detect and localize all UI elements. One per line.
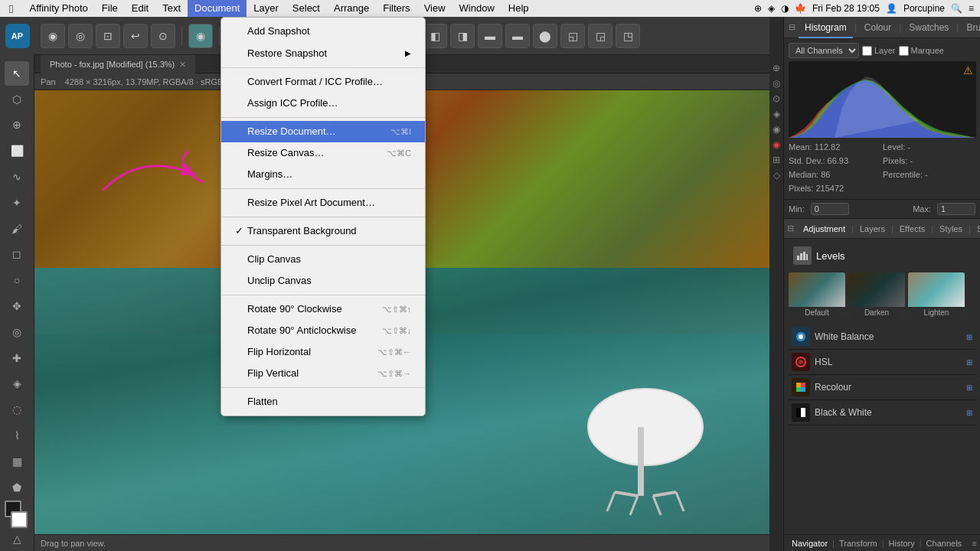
adj-thumb-darken[interactable]: Darken bbox=[848, 272, 905, 318]
tab-colour[interactable]: Colour bbox=[858, 17, 897, 38]
toolbar-share-btn[interactable]: ⊙ bbox=[151, 24, 175, 48]
search-icon[interactable]: 🔍 bbox=[951, 3, 962, 14]
toolbar-layer-btn[interactable]: ◱ bbox=[560, 24, 585, 48]
menu-flip-v[interactable]: Flip Vertical ⌥⇧⌘→ bbox=[221, 363, 425, 384]
black-white-add-icon[interactable]: ⊞ bbox=[966, 409, 972, 417]
right-icon-3[interactable]: ⊙ bbox=[773, 93, 780, 104]
recolour-add-icon[interactable]: ⊞ bbox=[966, 383, 972, 392]
adj-black-white[interactable]: Black & White ⊞ bbox=[789, 400, 975, 425]
tab-swatches[interactable]: Swatches bbox=[903, 17, 955, 38]
toolbar-arrange2-btn[interactable]: ◧ bbox=[423, 24, 447, 48]
menu-unclip-canvas[interactable]: Unclip Canvas bbox=[221, 270, 425, 292]
right-icon-7[interactable]: ⊞ bbox=[773, 155, 780, 165]
dodge-burn-tool[interactable]: ○ bbox=[5, 268, 29, 292]
menu-transparent-bg[interactable]: ✓Transparent Background bbox=[221, 220, 425, 242]
shape-tool[interactable]: △ bbox=[5, 527, 29, 551]
tab-adjustment[interactable]: Adjustment bbox=[797, 219, 851, 239]
tab-transform[interactable]: Transform bbox=[835, 535, 882, 552]
menu-margins[interactable]: Margins… bbox=[221, 164, 425, 185]
toolbar-align2-btn[interactable]: ▬ bbox=[505, 24, 530, 48]
tab-channels[interactable]: Channels bbox=[922, 535, 966, 552]
menu-select[interactable]: Select bbox=[286, 0, 327, 17]
close-tab-icon[interactable]: ✕ bbox=[179, 60, 186, 69]
menu-arrange[interactable]: Arrange bbox=[327, 0, 376, 17]
healing-tool[interactable]: ✚ bbox=[5, 346, 29, 370]
toolbar-align-btn[interactable]: ▬ bbox=[478, 24, 502, 48]
node-tool[interactable]: ⬡ bbox=[5, 87, 29, 112]
toolbar-mode-btn[interactable]: ◉ bbox=[41, 24, 65, 48]
toolbar-mask-btn[interactable]: ◲ bbox=[588, 24, 612, 48]
lasso-tool[interactable]: ∿ bbox=[5, 165, 29, 189]
right-icon-8[interactable]: ◇ bbox=[773, 170, 780, 181]
magic-wand-tool[interactable]: ✦ bbox=[5, 191, 29, 215]
tab-navigator[interactable]: Navigator bbox=[787, 535, 832, 552]
blur-tool[interactable]: ◌ bbox=[5, 397, 29, 422]
white-balance-add-icon[interactable]: ⊞ bbox=[966, 333, 972, 341]
tab-histogram[interactable]: Histogram bbox=[799, 17, 853, 38]
toolbar-fill-btn[interactable]: ⬤ bbox=[533, 24, 557, 48]
bottom-nav-menu-icon[interactable]: ≡ bbox=[972, 539, 977, 548]
menu-convert-format[interactable]: Convert Format / ICC Profile… bbox=[221, 71, 425, 93]
menu-add-snapshot[interactable]: Add Snapshot bbox=[221, 21, 425, 42]
hsl-add-icon[interactable]: ⊞ bbox=[966, 358, 972, 367]
adj-thumb-default[interactable]: Default bbox=[789, 272, 845, 318]
right-icon-4[interactable]: ◈ bbox=[773, 109, 780, 119]
menu-help[interactable]: Help bbox=[501, 0, 536, 17]
menu-window[interactable]: Window bbox=[452, 0, 501, 17]
toolbar-live-btn[interactable]: ◎ bbox=[68, 24, 93, 48]
clone-tool[interactable]: ✥ bbox=[5, 294, 29, 318]
right-icon-6[interactable]: ◉ bbox=[773, 139, 780, 150]
paint-brush-tool[interactable]: 🖌 bbox=[5, 217, 29, 241]
adj-hsl[interactable]: HSL ⊞ bbox=[789, 350, 975, 375]
menu-rotate-cw[interactable]: Rotate 90° Clockwise ⌥⇧⌘↑ bbox=[221, 298, 425, 320]
toolbar-history-btn[interactable]: ↩ bbox=[123, 24, 148, 48]
menu-resize-canvas[interactable]: Resize Canvas… ⌥⌘C bbox=[221, 142, 425, 164]
layer-checkbox[interactable] bbox=[862, 46, 872, 56]
move-tool[interactable]: ↖ bbox=[5, 61, 29, 86]
tab-brushes[interactable]: Brushes bbox=[960, 17, 980, 38]
smudge-tool[interactable]: ⌇ bbox=[5, 423, 29, 448]
right-icon-1[interactable]: ⊕ bbox=[773, 63, 780, 73]
menu-document[interactable]: Document bbox=[188, 0, 247, 17]
menu-flatten[interactable]: Flatten bbox=[221, 391, 425, 412]
menu-resize-document[interactable]: Resize Document… ⌥⌘I bbox=[221, 121, 425, 142]
menu-restore-snapshot[interactable]: Restore Snapshot ▶ bbox=[221, 42, 425, 64]
marquee-checkbox[interactable] bbox=[899, 46, 909, 56]
adj-thumb-lighten[interactable]: Lighten bbox=[908, 272, 965, 318]
menu-clip-canvas[interactable]: Clip Canvas bbox=[221, 249, 425, 270]
menu-resize-pixel-art[interactable]: Resize Pixel Art Document… bbox=[221, 192, 425, 214]
tab-layers[interactable]: Layers bbox=[854, 219, 891, 239]
min-input[interactable] bbox=[811, 203, 849, 215]
marquee-checkbox-label[interactable]: Marquee bbox=[899, 46, 944, 56]
menu-layer[interactable]: Layer bbox=[247, 0, 286, 17]
toolbar-mask2-btn[interactable]: ◳ bbox=[616, 24, 640, 48]
menu-rotate-ccw[interactable]: Rotate 90° Anticlockwise ⌥⇧⌘↓ bbox=[221, 320, 425, 341]
color-fill-tool[interactable]: ⬟ bbox=[5, 475, 29, 500]
crop-tool[interactable]: ⊕ bbox=[5, 113, 29, 138]
erase-tool[interactable]: ◻ bbox=[5, 243, 29, 267]
menu-flip-h[interactable]: Flip Horizontal ⌥⇧⌘← bbox=[221, 341, 425, 363]
menu-assign-icc[interactable]: Assign ICC Profile… bbox=[221, 93, 425, 114]
marquee-tool[interactable]: ⬜ bbox=[5, 139, 29, 163]
tab-stock[interactable]: Stock bbox=[971, 219, 980, 239]
menu-view[interactable]: View bbox=[417, 0, 452, 17]
toolbar-arrange3-btn[interactable]: ◨ bbox=[450, 24, 475, 48]
apple-menu[interactable]:  bbox=[0, 2, 22, 15]
max-input[interactable] bbox=[937, 203, 975, 215]
menu-text[interactable]: Text bbox=[155, 0, 188, 17]
layer-checkbox-label[interactable]: Layer bbox=[862, 46, 896, 56]
menu-edit[interactable]: Edit bbox=[125, 0, 155, 17]
tab-history[interactable]: History bbox=[884, 535, 920, 552]
adj-white-balance[interactable]: White Balance ⊞ bbox=[789, 324, 975, 350]
toolbar-export-btn[interactable]: ⊡ bbox=[96, 24, 120, 48]
photo-tab[interactable]: Photo - fox.jpg [Modified] (15.3%) ✕ bbox=[41, 55, 195, 73]
channel-select[interactable]: All Channels Red Green Blue Alpha bbox=[789, 43, 859, 58]
tab-styles[interactable]: Styles bbox=[933, 219, 969, 239]
tab-effects[interactable]: Effects bbox=[893, 219, 931, 239]
right-icon-2[interactable]: ◎ bbox=[773, 78, 780, 89]
gradient-tool[interactable]: ▦ bbox=[5, 449, 29, 474]
sharpen-tool[interactable]: ◈ bbox=[5, 372, 29, 396]
menu-filters[interactable]: Filters bbox=[376, 0, 416, 17]
adj-recolour[interactable]: Recolour ⊞ bbox=[789, 375, 975, 400]
right-icon-5[interactable]: ◉ bbox=[773, 124, 780, 135]
